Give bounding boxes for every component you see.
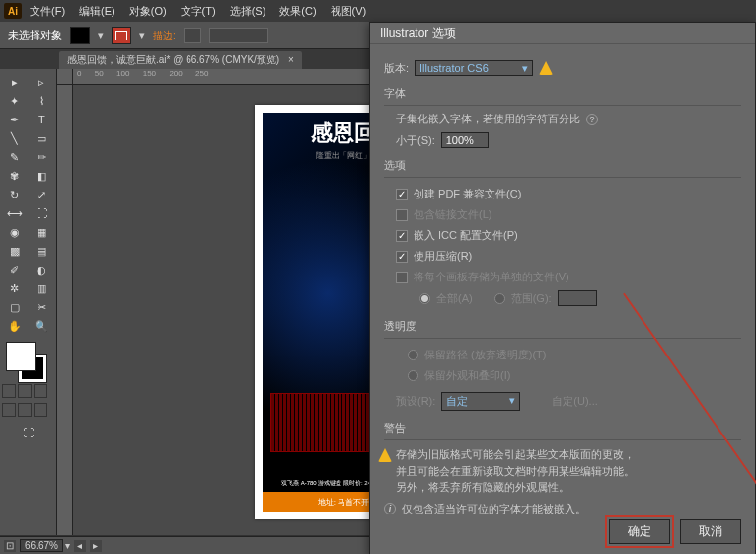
checkbox-artboard <box>396 272 408 283</box>
tool-gradient[interactable]: ▤ <box>30 242 55 260</box>
style-dropdown[interactable] <box>209 28 268 43</box>
range-input <box>558 290 597 306</box>
color-mode-none-icon[interactable] <box>34 384 47 398</box>
tool-selection[interactable]: ▸ <box>2 73 28 91</box>
warning-icon <box>539 61 553 75</box>
tool-free-transform[interactable]: ⛶ <box>30 204 55 222</box>
menu-select[interactable]: 选择(S) <box>224 3 272 20</box>
tool-symbol-sprayer[interactable]: ✲ <box>2 279 28 297</box>
font-percent-label: 小于(S): <box>396 133 435 148</box>
tool-blend[interactable]: ◐ <box>30 261 55 278</box>
tool-shape-builder[interactable]: ◉ <box>2 223 28 241</box>
font-percent-input[interactable] <box>441 132 489 148</box>
stroke-swatch[interactable] <box>112 27 131 44</box>
screen-mode-controls <box>2 403 54 417</box>
menu-file[interactable]: 文件(F) <box>24 3 71 20</box>
radio-range <box>494 293 505 304</box>
checkbox-compress[interactable] <box>396 251 408 263</box>
menu-effect[interactable]: 效果(C) <box>273 3 322 20</box>
options-section-header: 选项 <box>384 158 741 173</box>
tool-mesh[interactable]: ▩ <box>2 242 28 260</box>
warnings-section-header: 警告 <box>384 421 741 435</box>
document-tab[interactable]: 感恩回馈，诚意巨献.ai* @ 66.67% (CMYK/预览) × <box>59 51 302 69</box>
tool-blob-brush[interactable]: ✾ <box>2 167 28 185</box>
checkbox-compress-label: 使用压缩(R) <box>414 249 472 264</box>
tool-eraser[interactable]: ◧ <box>30 167 55 185</box>
fill-swatch[interactable] <box>70 27 90 44</box>
dialog-title: Illustrator 选项 <box>370 23 755 44</box>
tool-eyedropper[interactable]: ✐ <box>2 261 28 278</box>
font-subset-label: 子集化嵌入字体，若使用的字符百分比 <box>396 112 580 126</box>
tool-direct-selection[interactable]: ▹ <box>30 73 55 91</box>
stroke-label: 描边: <box>153 29 176 42</box>
preset-select: 自定 <box>441 392 520 411</box>
warning-text-3: 另外，将丢弃所有隐藏的外观属性。 <box>396 481 569 493</box>
zoom-control[interactable]: 66.67% ▾ <box>20 539 70 552</box>
menu-edit[interactable]: 编辑(E) <box>73 3 121 20</box>
color-picker[interactable] <box>2 342 54 381</box>
ruler-vertical[interactable] <box>57 85 73 535</box>
tool-magic-wand[interactable]: ✦ <box>2 92 28 110</box>
tab-title: 感恩回馈，诚意巨献.ai* @ 66.67% (CMYK/预览) <box>67 54 279 65</box>
font-section-header: 字体 <box>384 86 741 101</box>
preset-label: 预设(R): <box>396 394 435 409</box>
zoom-out-button[interactable]: ⊡ <box>4 540 16 552</box>
tool-perspective[interactable]: ▦ <box>30 223 55 241</box>
tool-pen[interactable]: ✒ <box>2 111 28 128</box>
tool-rectangle[interactable]: ▭ <box>30 129 55 147</box>
radio-preserve-paths <box>408 350 418 360</box>
checkbox-pdf-label: 创建 PDF 兼容文件(C) <box>414 187 521 201</box>
cancel-button[interactable]: 取消 <box>680 519 741 544</box>
color-mode-fill-icon[interactable] <box>2 384 16 398</box>
radio-preserve-appearance <box>408 370 418 381</box>
illustrator-options-dialog: Illustrator 选项 版本: Illustrator CS6 字体 子集… <box>369 22 756 554</box>
nav-prev-button[interactable]: ◂ <box>74 540 86 552</box>
menu-text[interactable]: 文字(T) <box>175 3 222 20</box>
tool-hand[interactable]: ✋ <box>2 317 28 335</box>
info-text: 仅包含适当许可位的字体才能被嵌入。 <box>402 502 586 516</box>
preset-custom-button: 自定(U)... <box>552 394 597 409</box>
selection-status: 未选择对象 <box>8 28 62 42</box>
tool-line[interactable]: ╲ <box>2 129 28 147</box>
screen-mode-button[interactable]: ⛶ <box>2 424 54 441</box>
radio-range-label: 范围(G): <box>511 291 552 306</box>
radio-preserve-paths-label: 保留路径 (放弃透明度)(T) <box>424 348 546 362</box>
draw-normal-icon[interactable] <box>2 403 16 417</box>
tool-type[interactable]: T <box>30 111 55 128</box>
transparency-section-header: 透明度 <box>384 319 741 334</box>
warning-icon <box>378 448 392 462</box>
color-mode-gradient-icon[interactable] <box>18 384 32 398</box>
ruler-origin[interactable] <box>57 69 73 85</box>
menu-view[interactable]: 视图(V) <box>325 3 373 20</box>
version-select[interactable]: Illustrator CS6 <box>415 60 533 76</box>
chevron-down-icon[interactable]: ▾ <box>65 540 70 551</box>
fill-color[interactable] <box>6 342 36 371</box>
ok-button[interactable]: 确定 <box>609 519 670 544</box>
help-icon[interactable]: ? <box>586 114 598 125</box>
tool-lasso[interactable]: ⌇ <box>30 92 55 110</box>
tool-scale[interactable]: ⤢ <box>30 186 55 203</box>
tool-slice[interactable]: ✂ <box>30 298 55 316</box>
menu-object[interactable]: 对象(O) <box>123 3 173 20</box>
checkbox-artboard-label: 将每个画板存储为单独的文件(V) <box>414 270 569 284</box>
toolbox: ▸▹ ✦⌇ ✒T ╲▭ ✎✏ ✾◧ ↻⤢ ⟷⛶ ◉▦ ▩▤ ✐◐ ✲▥ ▢✂ ✋… <box>0 69 57 535</box>
tool-artboard[interactable]: ▢ <box>2 298 28 316</box>
color-mode-controls <box>2 384 54 398</box>
zoom-value[interactable]: 66.67% <box>20 539 63 552</box>
checkbox-icc[interactable] <box>396 230 408 242</box>
tool-pencil[interactable]: ✏ <box>30 148 55 166</box>
tool-column-graph[interactable]: ▥ <box>30 279 55 297</box>
close-icon[interactable]: × <box>288 54 294 65</box>
warning-text-2: 并且可能会在重新读取文档时停用某些编辑功能。 <box>396 465 635 477</box>
tool-zoom[interactable]: 🔍 <box>30 317 55 335</box>
checkbox-pdf[interactable] <box>396 189 408 200</box>
draw-behind-icon[interactable] <box>18 403 32 417</box>
tool-width[interactable]: ⟷ <box>2 204 28 222</box>
checkbox-icc-label: 嵌入 ICC 配置文件(P) <box>414 228 518 243</box>
tool-brush[interactable]: ✎ <box>2 148 28 166</box>
tool-rotate[interactable]: ↻ <box>2 186 28 203</box>
nav-next-button[interactable]: ▸ <box>90 540 102 552</box>
menubar: Ai 文件(F) 编辑(E) 对象(O) 文字(T) 选择(S) 效果(C) 视… <box>0 0 756 22</box>
draw-inside-icon[interactable] <box>34 403 47 417</box>
stroke-weight[interactable] <box>184 28 201 43</box>
